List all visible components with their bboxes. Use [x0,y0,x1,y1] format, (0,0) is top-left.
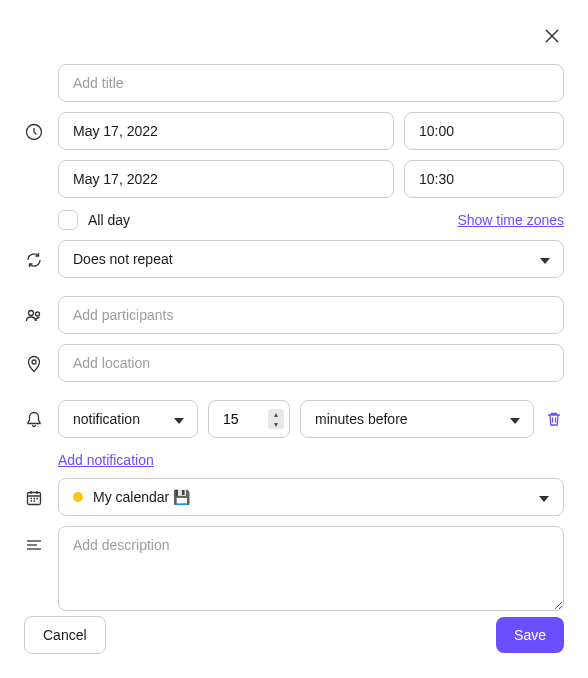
description-textarea[interactable] [58,526,564,611]
calendar-label: My calendar 💾 [93,489,529,505]
clock-icon [24,122,44,142]
stepper-down[interactable]: ▼ [268,419,284,429]
trash-icon [546,411,562,427]
cancel-button[interactable]: Cancel [24,616,106,654]
location-input[interactable] [58,344,564,382]
all-day-label: All day [88,212,130,228]
svg-point-3 [29,311,34,316]
location-icon [24,354,44,374]
bell-icon [24,410,44,430]
notification-unit-value: minutes before [300,400,534,438]
start-time-input[interactable] [404,112,564,150]
close-icon [544,28,560,44]
all-day-checkbox[interactable] [58,210,78,230]
notification-unit-select[interactable]: minutes before [300,400,534,438]
delete-notification-button[interactable] [544,409,564,429]
save-button[interactable]: Save [496,617,564,653]
show-time-zones-link[interactable]: Show time zones [457,212,564,228]
participants-input[interactable] [58,296,564,334]
chevron-down-icon [539,489,549,505]
notification-type-value: notification [58,400,198,438]
svg-point-4 [36,312,40,316]
description-icon [24,536,44,556]
notification-type-select[interactable]: notification [58,400,198,438]
close-button[interactable] [540,24,564,48]
title-input[interactable] [58,64,564,102]
end-time-input[interactable] [404,160,564,198]
repeat-icon [24,250,44,270]
calendar-select[interactable]: My calendar 💾 [58,478,564,516]
add-notification-link[interactable]: Add notification [58,452,154,468]
calendar-color-dot [73,492,83,502]
repeat-select[interactable]: Does not repeat [58,240,564,278]
quantity-stepper[interactable]: ▲ ▼ [268,409,284,429]
repeat-select-value: Does not repeat [58,240,564,278]
svg-point-5 [32,360,36,364]
calendar-icon [24,488,44,508]
start-date-input[interactable] [58,112,394,150]
end-date-input[interactable] [58,160,394,198]
participants-icon [24,306,44,326]
stepper-up[interactable]: ▲ [268,409,284,419]
